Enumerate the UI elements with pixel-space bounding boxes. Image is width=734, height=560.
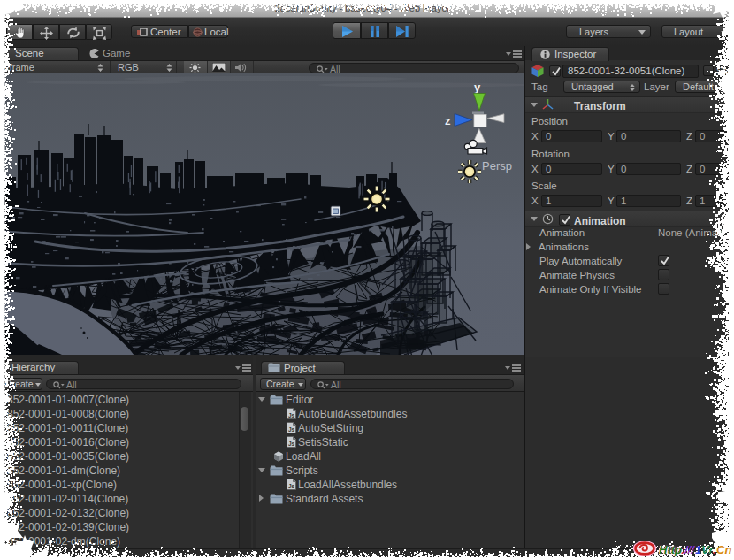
svg-text:z: z — [445, 114, 451, 127]
svg-text:Http: Http — [659, 543, 682, 556]
svg-text:Js: Js — [288, 426, 295, 433]
svg-text:y: y — [474, 81, 481, 94]
svg-text:///: /// — [684, 543, 695, 556]
svg-text:Js: Js — [288, 483, 295, 489]
svg-text:Persp: Persp — [482, 159, 512, 173]
svg-text:Js: Js — [288, 441, 295, 447]
svg-text:Js: Js — [288, 412, 295, 418]
svg-text:Cn: Cn — [716, 543, 731, 556]
